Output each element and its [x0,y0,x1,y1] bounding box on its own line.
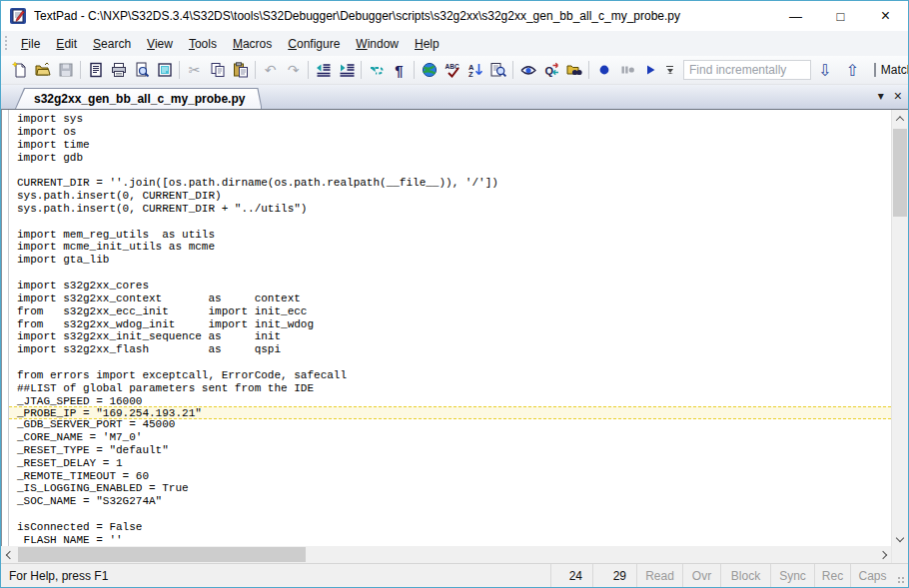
browse-web-icon[interactable] [418,59,441,82]
textpad-window: TextPad - C:\NXP\S32DS.3.4\S32DS\tools\S… [0,0,909,588]
toolbar-overflow-button[interactable] [663,59,676,81]
find-in-files-icon[interactable] [486,59,509,82]
vertical-scrollbar[interactable] [891,110,908,546]
code-line: import mcme_init_utils as mcme [17,241,891,254]
code-line [17,356,891,369]
menu-edit[interactable]: Edit [48,34,85,54]
document-properties-icon[interactable] [84,59,107,82]
toolbar-separator [179,61,180,79]
save-file-icon[interactable] [54,59,77,82]
find-previous-icon[interactable]: ⇧ [838,61,865,80]
record-macro-icon[interactable] [592,59,615,82]
maximize-button[interactable]: □ [818,1,863,31]
spell-check-icon[interactable]: ABC [441,59,463,82]
match-case-label: Match case [881,63,909,77]
find-incrementally-input[interactable] [683,60,811,80]
status-flag-caps: Caps [850,564,894,587]
replace-icon[interactable]: Q [539,59,562,82]
paste-icon[interactable] [229,59,252,82]
code-line: import time [17,139,891,152]
scroll-left-icon[interactable] [1,546,18,563]
title-bar: TextPad - C:\NXP\S32DS.3.4\S32DS\tools\S… [1,1,908,31]
scroll-right-icon[interactable] [874,546,891,563]
horizontal-scrollbar[interactable] [1,546,891,563]
menu-view[interactable]: View [139,34,181,54]
new-file-icon[interactable] [8,59,31,82]
search-results-icon[interactable] [562,59,585,82]
menu-help[interactable]: Help [407,34,448,54]
redo-icon[interactable]: ↷ [282,59,305,82]
toolbar-separator [80,61,81,79]
svg-text:Q: Q [544,65,553,77]
toolbar-separator [308,61,309,79]
status-help-text: For Help, press F1 [1,564,550,587]
code-area[interactable]: import sys import os import time import … [9,110,891,546]
code-line: import s32g2xx_context as context [17,293,891,305]
undo-icon[interactable]: ↶ [259,59,282,82]
play-macro-icon[interactable] [638,59,661,82]
tab-active[interactable]: s32g2xx_gen_bb_all_c_my_probe.py [15,88,262,109]
unindent-icon[interactable] [312,59,335,82]
print-icon[interactable] [107,59,130,82]
menubar-grip[interactable] [4,36,9,52]
sort-az-icon[interactable]: A Z [463,59,486,82]
code-line: import s32g2xx_cores [17,280,891,293]
menu-file[interactable]: File [13,34,48,54]
open-file-icon[interactable] [31,59,54,82]
vertical-scroll-track[interactable] [892,127,908,529]
code-line: import s32g2xx_init_sequence as init [17,330,891,343]
code-line: _GDB_SERVER_PORT = 45000 [17,418,891,431]
toolbar: ✂ ↶ ↷ ¶ [1,56,908,85]
code-line: import sys [17,113,891,126]
resize-grip[interactable] [894,564,908,587]
menu-bar: File Edit Search View Tools Macros Confi… [1,31,908,56]
code-line: import os [17,126,891,139]
horizontal-scroll-thumb[interactable] [18,547,306,562]
editor-zone: import sys import os import time import … [1,109,908,546]
scrollbar-corner [891,546,908,563]
menu-search[interactable]: Search [85,34,139,54]
match-case-checkbox[interactable] [874,63,876,77]
code-line: import s32g2xx_flash as qspi [17,343,891,356]
status-bar: For Help, press F1 24 29 Read Ovr Block … [1,563,908,587]
status-flag-block: Block [720,564,770,587]
menu-tools[interactable]: Tools [181,34,225,54]
view-icon[interactable] [516,59,539,82]
textpad-app-icon[interactable] [9,7,27,25]
print-preview-icon[interactable] [130,59,153,82]
document-viewer-icon[interactable] [153,59,176,82]
code-line: _SOC_NAME = "S32G274A" [17,495,891,508]
menu-configure[interactable]: Configure [280,34,348,54]
find-next-icon[interactable]: ⇩ [811,61,838,80]
tab-close-icon[interactable]: × [894,89,902,103]
highlighted-line: _PROBE_IP = "169.254.193.21" [9,406,891,419]
code-line: _IS_LOGGING_ENABLED = True [17,482,891,495]
code-line: _REMOTE_TIMEOUT = 60 [17,470,891,483]
pause-macro-icon[interactable] [615,59,638,82]
selection-margin[interactable] [2,110,9,546]
word-wrap-icon[interactable] [365,59,388,82]
code-line [17,164,891,177]
minimize-button[interactable]: — [773,1,818,31]
toolbar-separator [361,61,362,79]
status-flag-read: Read [636,564,682,587]
close-button[interactable]: × [863,1,908,31]
window-title: TextPad - C:\NXP\S32DS.3.4\S32DS\tools\S… [34,9,773,23]
indent-icon[interactable] [335,59,358,82]
code-line: import gdb [17,152,891,165]
menu-macros[interactable]: Macros [225,34,280,54]
scroll-up-icon[interactable] [892,110,908,127]
code-line [17,267,891,280]
cut-icon[interactable]: ✂ [183,59,206,82]
scroll-down-icon[interactable] [892,529,908,546]
code-line [17,508,891,521]
tab-list-menu-icon[interactable]: ▾ [878,90,884,102]
vertical-scroll-thumb[interactable] [893,129,907,217]
menu-window[interactable]: Window [348,34,407,54]
code-line: _CORE_NAME = 'M7_0' [17,431,891,444]
horizontal-scroll-track[interactable] [18,546,874,563]
toolbar-separator [255,61,256,79]
formatting-marks-icon[interactable]: ¶ [388,59,411,82]
copy-icon[interactable] [206,59,229,82]
code-line: ##LIST of global parameters sent from th… [17,382,891,395]
